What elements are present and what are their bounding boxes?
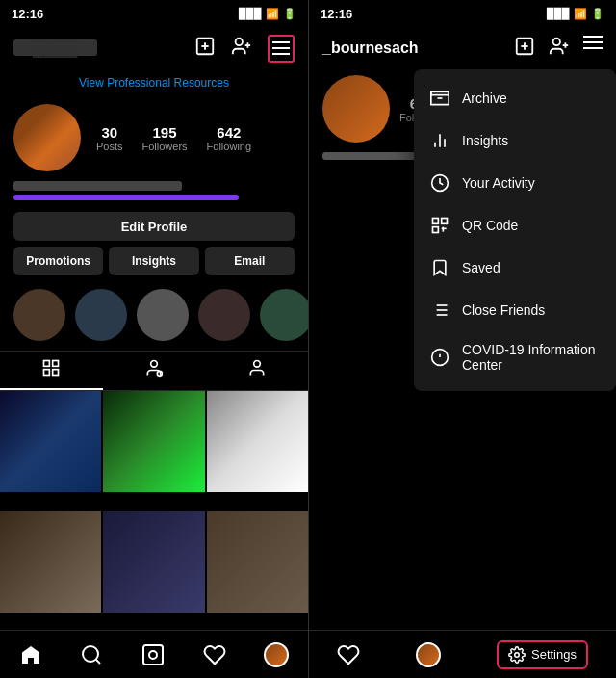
covid-label: COVID-19 Information Center bbox=[462, 342, 601, 373]
activity-icon bbox=[429, 172, 450, 194]
menu-item-covid[interactable]: COVID-19 Information Center bbox=[414, 331, 616, 383]
avatar bbox=[13, 104, 81, 171]
posts-stat: 30 Posts bbox=[96, 124, 123, 152]
right-person-icon[interactable] bbox=[549, 36, 570, 61]
svg-rect-37 bbox=[433, 227, 439, 233]
right-status-time: 12:16 bbox=[321, 7, 352, 21]
svg-rect-35 bbox=[433, 219, 439, 224]
right-nav-avatar bbox=[416, 642, 441, 667]
saved-icon bbox=[429, 257, 450, 278]
hamburger-menu-icon[interactable] bbox=[268, 35, 295, 63]
insights-button[interactable]: Insights bbox=[109, 247, 198, 275]
posts-count: 30 bbox=[101, 124, 117, 141]
pro-resources-bar: View Professional Resources bbox=[0, 69, 308, 94]
activity-label: Your Activity bbox=[462, 175, 535, 191]
right-username: _bournesach bbox=[322, 39, 419, 57]
tab-tagged[interactable] bbox=[103, 352, 206, 390]
left-status-icons: ▉▉▉ 📶 🔋 bbox=[239, 8, 296, 20]
dropdown-menu: Archive Insights Your Activity bbox=[414, 69, 616, 391]
right-nav-heart[interactable] bbox=[337, 643, 360, 666]
svg-point-13 bbox=[151, 360, 158, 367]
add-person-icon[interactable] bbox=[231, 36, 252, 62]
menu-item-close-friends[interactable]: Close Friends bbox=[414, 289, 616, 331]
svg-point-15 bbox=[253, 360, 260, 367]
story-4[interactable] bbox=[198, 289, 250, 341]
menu-item-qr-code[interactable]: QR Code bbox=[414, 204, 616, 247]
tab-igtv[interactable] bbox=[205, 352, 308, 390]
settings-label: Settings bbox=[531, 647, 577, 662]
svg-rect-18 bbox=[143, 645, 163, 665]
svg-rect-10 bbox=[53, 360, 59, 366]
nav-profile[interactable] bbox=[264, 642, 289, 667]
svg-point-16 bbox=[83, 646, 98, 662]
right-signal-icon: ▉▉▉ bbox=[547, 8, 570, 20]
followers-stat: 195 Followers bbox=[142, 124, 188, 152]
stories-row bbox=[0, 279, 308, 351]
svg-rect-9 bbox=[44, 360, 50, 366]
right-status-icons: ▉▉▉ 📶 🔋 bbox=[547, 8, 604, 20]
svg-rect-36 bbox=[442, 219, 448, 224]
photo-cell-4[interactable] bbox=[0, 511, 101, 613]
right-status-bar: 12:16 ▉▉▉ 📶 🔋 bbox=[309, 0, 616, 27]
bio-area bbox=[0, 181, 308, 208]
svg-rect-29 bbox=[431, 91, 449, 94]
bio-bar bbox=[13, 195, 239, 200]
right-battery-icon: 🔋 bbox=[591, 8, 604, 20]
left-bottom-nav bbox=[0, 630, 308, 678]
grid-icon bbox=[41, 358, 61, 382]
person-tag-icon bbox=[144, 358, 164, 382]
photo-cell-6[interactable] bbox=[207, 511, 308, 613]
photo-cell-1[interactable] bbox=[0, 391, 101, 492]
qr-code-icon bbox=[429, 215, 450, 236]
right-header-icons bbox=[514, 36, 603, 61]
right-nav-profile-avatar[interactable] bbox=[416, 642, 441, 667]
story-5[interactable] bbox=[260, 289, 308, 341]
photo-cell-2[interactable] bbox=[103, 391, 204, 492]
nav-search[interactable] bbox=[80, 643, 103, 666]
settings-button[interactable]: Settings bbox=[497, 640, 588, 669]
edit-profile-button[interactable]: Edit Profile bbox=[13, 212, 295, 241]
left-status-time: 12:16 bbox=[12, 7, 43, 21]
nav-reels[interactable] bbox=[141, 643, 165, 666]
photo-grid bbox=[0, 391, 308, 630]
story-2[interactable] bbox=[75, 289, 127, 341]
archive-label: Archive bbox=[462, 91, 507, 106]
menu-item-archive[interactable]: Archive bbox=[414, 77, 616, 119]
igtv-icon bbox=[247, 358, 267, 382]
right-avatar bbox=[322, 75, 390, 143]
photo-cell-5[interactable] bbox=[103, 511, 204, 613]
photo-cell-3[interactable] bbox=[207, 391, 308, 492]
add-post-icon[interactable] bbox=[194, 36, 216, 62]
close-friends-icon bbox=[429, 300, 450, 321]
promotions-button[interactable]: Promotions bbox=[13, 247, 103, 275]
insights-label: Insights bbox=[462, 133, 508, 148]
posts-label: Posts bbox=[96, 141, 123, 152]
svg-point-23 bbox=[553, 39, 560, 45]
close-friends-label: Close Friends bbox=[462, 302, 545, 318]
right-add-post-icon[interactable] bbox=[514, 36, 535, 61]
right-hamburger-icon[interactable] bbox=[583, 36, 603, 61]
story-1[interactable] bbox=[13, 289, 65, 341]
pro-resources-link[interactable]: View Professional Resources bbox=[79, 76, 229, 90]
left-panel: 12:16 ▉▉▉ 📶 🔋 ▓▓▓▓ bbox=[0, 0, 308, 678]
action-buttons-row: Promotions Insights Email bbox=[13, 247, 295, 275]
nav-avatar bbox=[264, 642, 289, 667]
tab-bar bbox=[0, 351, 308, 391]
menu-item-insights[interactable]: Insights bbox=[414, 119, 616, 162]
svg-rect-11 bbox=[44, 369, 50, 375]
left-username: ▓▓▓▓ bbox=[13, 39, 97, 57]
following-stat: 642 Following bbox=[207, 124, 251, 152]
story-3[interactable] bbox=[137, 289, 189, 341]
right-header: _bournesach bbox=[309, 27, 616, 69]
nav-home[interactable] bbox=[19, 643, 42, 666]
tab-grid[interactable] bbox=[0, 352, 103, 390]
menu-item-your-activity[interactable]: Your Activity bbox=[414, 162, 616, 204]
nav-heart[interactable] bbox=[203, 643, 226, 666]
followers-count: 195 bbox=[153, 124, 177, 141]
email-button[interactable]: Email bbox=[205, 247, 295, 275]
insights-icon bbox=[429, 130, 450, 151]
menu-item-saved[interactable]: Saved bbox=[414, 247, 616, 289]
right-bottom-nav: Settings bbox=[309, 630, 616, 678]
profile-buttons: Edit Profile Promotions Insights Email bbox=[0, 208, 308, 279]
archive-icon bbox=[429, 88, 450, 109]
